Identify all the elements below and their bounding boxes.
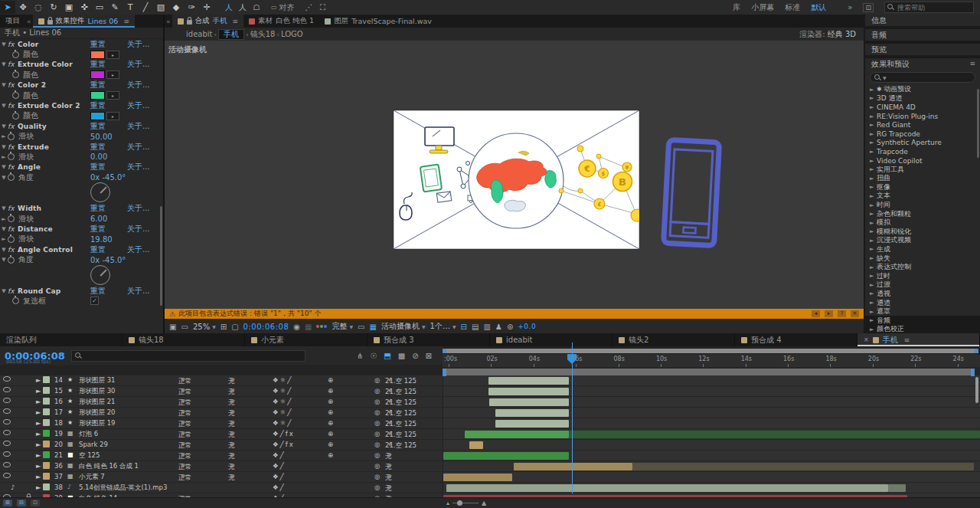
about-link[interactable]: 关于...	[127, 203, 150, 214]
layer-duration-bar[interactable]	[446, 484, 888, 492]
composition-flowchart-icon[interactable]: ⋔	[357, 352, 363, 360]
puppet-pin-tool[interactable]: ✛	[199, 1, 214, 14]
property-value[interactable]: 0x -45.0°	[90, 256, 126, 264]
3d-layer-icon[interactable]: ⊕	[328, 419, 333, 427]
fast-previews-icon[interactable]: ♟	[495, 323, 502, 331]
snap-checkbox[interactable]: ▭	[271, 4, 277, 11]
zoom-out-icon[interactable]: ▴	[446, 500, 449, 506]
exposure-value[interactable]: +0.0	[518, 323, 536, 330]
3d-layer-icon[interactable]: ⊕	[328, 387, 333, 395]
playhead-line[interactable]	[572, 342, 573, 493]
eraser-tool[interactable]: ◆	[168, 1, 184, 14]
channel-icon[interactable]	[316, 325, 327, 328]
graph-editor-icon[interactable]: ⊠	[426, 352, 432, 360]
tab-project[interactable]: 项目	[0, 15, 25, 28]
timeline-vertical-scrollbar[interactable]	[975, 377, 978, 403]
timeline-tab-ideabit[interactable]: ideabit	[490, 333, 612, 346]
pixel-aspect-icon[interactable]: ▥	[483, 323, 490, 331]
parent-pickwhip-icon[interactable]: ◎	[374, 451, 380, 459]
effect-panel-scrollbar[interactable]	[160, 206, 162, 306]
layer-expand-icon[interactable]: ►	[36, 387, 41, 395]
motion-blur-icon[interactable]: ⊘	[412, 352, 418, 360]
panel-menu-icon[interactable]: ≡	[123, 18, 129, 25]
layer-track[interactable]	[443, 483, 980, 493]
layer-row[interactable]: ►16★形状图层 21正常▼无▼❖☼╱⊕◎21.空 125▼	[0, 397, 980, 408]
layer-row[interactable]: ►37▦小元素 7正常▼无▼❖╱◎无▼	[0, 472, 980, 483]
tab-comp-phone[interactable]: 合成 手机 ≡	[172, 15, 244, 28]
renderer-setting[interactable]: 渲染器: 经典 3D	[799, 29, 864, 40]
layer-name[interactable]: 形状图层 20	[79, 408, 116, 418]
eyedropper-button[interactable]: ▸	[106, 51, 119, 59]
workspace-小屏幕[interactable]: 小屏幕	[751, 2, 774, 13]
reset-link[interactable]: 重置	[90, 39, 106, 50]
layer-name[interactable]: 形状图层 19	[79, 419, 116, 428]
parent-pickwhip-icon[interactable]: ◎	[374, 387, 380, 395]
layer-name[interactable]: 形状图层 30	[79, 387, 116, 396]
color-swatch[interactable]	[90, 112, 105, 120]
layer-name[interactable]: 形状图层 31	[79, 376, 116, 385]
crumb-shot18[interactable]: 镜头18	[250, 29, 276, 40]
stopwatch-icon[interactable]	[12, 92, 19, 99]
reset-link[interactable]: 重置	[90, 100, 106, 111]
panel-menu-icon[interactable]: ≡	[969, 58, 975, 70]
reset-link[interactable]: 重置	[90, 203, 106, 214]
layer-duration-bar[interactable]	[888, 484, 906, 492]
visibility-eye-icon[interactable]	[3, 451, 11, 457]
preset-category[interactable]: ►文本	[865, 192, 980, 201]
preset-category[interactable]: ►3D 通道	[865, 94, 980, 103]
checkbox[interactable]: ✓	[90, 297, 99, 305]
stopwatch-icon[interactable]	[12, 297, 19, 304]
layer-duration-bar[interactable]	[488, 388, 569, 395]
layer-track[interactable]	[443, 375, 980, 385]
property-value[interactable]: 19.80	[90, 235, 113, 244]
expand-triangle-icon[interactable]: ▼	[0, 82, 8, 88]
color-swatch[interactable]	[90, 91, 105, 100]
layer-row[interactable]: ►14★形状图层 31正常▼无▼❖☼╱⊕◎21.空 125▼	[0, 375, 980, 386]
timeline-pan-strip[interactable]	[443, 348, 980, 354]
layer-label-swatch[interactable]	[43, 387, 50, 394]
local-axis-mode-icon[interactable]: 人	[222, 2, 236, 13]
preset-category[interactable]: ►RE:Vision Plug-ins	[865, 112, 980, 121]
color-swatch[interactable]	[90, 70, 105, 79]
view-axis-mode-icon[interactable]: ☖	[250, 3, 263, 11]
stopwatch-icon[interactable]	[12, 113, 19, 120]
reset-link[interactable]: 重置	[90, 142, 106, 152]
layer-switches[interactable]: ❖╱fx	[273, 430, 295, 438]
3d-layer-icon[interactable]: ⊕	[328, 398, 333, 405]
layer-duration-bar[interactable]	[489, 398, 569, 406]
preset-category[interactable]: ►生成	[865, 245, 980, 254]
layer-switches[interactable]: ❖☼╱	[273, 387, 292, 395]
layer-row[interactable]: ►19▦灯泡 6正常▼无▼❖╱fx⊕◎21.空 125▼	[0, 429, 980, 440]
workspace-标准[interactable]: 标准	[785, 2, 800, 13]
reset-link[interactable]: 重置	[90, 244, 106, 255]
about-link[interactable]: 关于...	[127, 59, 150, 70]
resolution-dropdown[interactable]: 完整▼	[332, 321, 353, 332]
property-value[interactable]: 50.00	[90, 133, 113, 141]
pen-tool[interactable]: ✎	[107, 1, 122, 14]
expand-triangle-icon[interactable]: ▼	[0, 41, 8, 48]
timeline-tab-渲染队列[interactable]: 渲染队列	[0, 333, 122, 346]
expand-transfer-controls-icon[interactable]: ⊟	[17, 500, 26, 506]
timeline-search-input[interactable]	[71, 350, 305, 362]
layer-expand-icon[interactable]: ►	[36, 398, 41, 405]
about-link[interactable]: 关于...	[127, 286, 150, 297]
share-view-icon[interactable]: ⊟	[461, 323, 467, 331]
timeline-tab-预合成 4[interactable]: 预合成 4	[735, 333, 858, 346]
angle-dial[interactable]	[90, 265, 110, 285]
layer-track[interactable]	[443, 451, 980, 460]
preset-category[interactable]: ►Trapcode	[865, 147, 980, 156]
effects-search-input[interactable]: ▼	[870, 72, 975, 83]
rotate-tool[interactable]: ↻	[46, 1, 61, 14]
layer-track[interactable]	[443, 472, 980, 482]
about-link[interactable]: 关于...	[127, 80, 150, 90]
always-preview-icon[interactable]: ▣	[169, 323, 176, 331]
expand-triangle-icon[interactable]: ►	[0, 236, 8, 242]
clone-stamp-tool[interactable]: ▧	[153, 1, 168, 14]
layer-expand-icon[interactable]: ►	[36, 483, 41, 491]
preset-category[interactable]: ►过渡	[865, 280, 980, 290]
preset-category[interactable]: ►✱动画预设	[865, 85, 980, 94]
effects-presets-header[interactable]: 效果和预设 ≡	[865, 58, 980, 70]
stopwatch-icon[interactable]	[8, 133, 15, 140]
layer-switches[interactable]: ❖╱	[273, 462, 286, 470]
layer-duration-bar[interactable]	[488, 377, 569, 385]
